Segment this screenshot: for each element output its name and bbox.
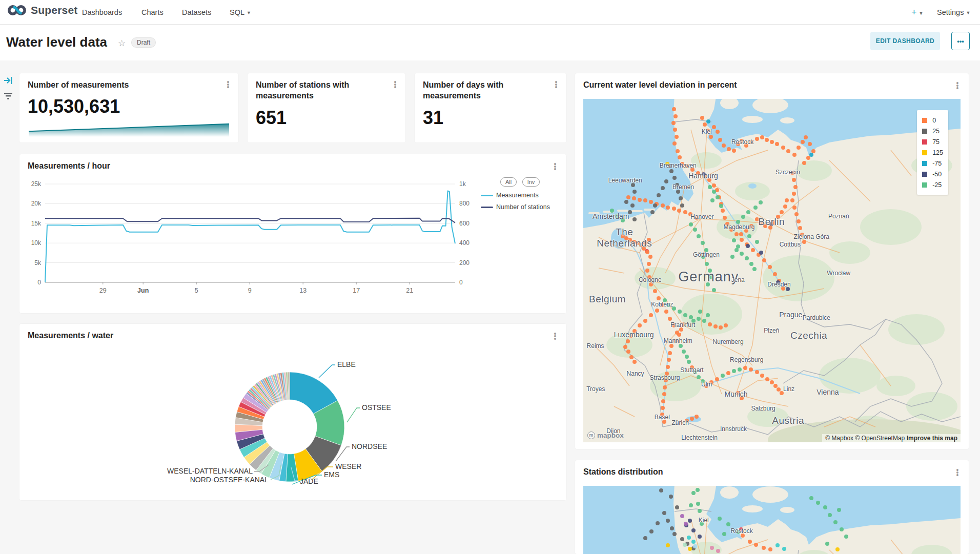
map-attribution: © Mapbox © OpenStreetMap Improve this ma…: [822, 434, 961, 442]
map-city-label: Szczecin: [775, 169, 800, 176]
legend-swatch: [922, 172, 927, 177]
superset-logo[interactable]: Superset: [7, 4, 77, 16]
map-city-label: Berlin: [758, 216, 785, 228]
map-legend-item[interactable]: 25: [922, 126, 943, 136]
card-number-of-days: Number of days with measurements ••• 31: [415, 73, 566, 142]
legend-value: -50: [932, 171, 942, 178]
edit-dashboard-button[interactable]: EDIT DASHBOARD: [870, 32, 940, 50]
legend-all-button[interactable]: All: [500, 177, 517, 187]
chevron-down-icon: ▼: [919, 11, 924, 16]
map-labels-layer: KielRostock: [583, 486, 961, 554]
metric-title: Number of stations with measurements: [256, 79, 387, 101]
improve-map-link[interactable]: Improve this map: [907, 435, 957, 442]
map-city-label: Salzburg: [751, 405, 775, 412]
metric-value: 10,530,631: [28, 96, 120, 117]
map-city-label: Cologne: [639, 276, 662, 283]
map-city-label: Regensburg: [730, 356, 763, 363]
map-city-label: Pardubice: [803, 314, 830, 321]
map-city-label: Bremerhaven: [660, 162, 697, 169]
chart-options-icon[interactable]: •••: [224, 80, 232, 91]
superset-infinity-icon: [7, 4, 27, 16]
svg-text:400: 400: [459, 239, 469, 247]
top-nav: Superset Dashboards Charts Datasets SQL▼…: [0, 0, 980, 25]
expand-filter-bar-icon[interactable]: [3, 76, 13, 85]
map-city-label: Zielona Góra: [794, 233, 829, 240]
chart-title: Current water level deviation in percent: [583, 80, 737, 90]
card-stations-distribution: Stations distribution ••• KielRostock: [575, 460, 969, 554]
map-labels-layer: KielRostockSzczecinLeeuwardenBremerhaven…: [583, 99, 961, 442]
svg-text:13: 13: [299, 287, 307, 294]
map-city-label: Göttingen: [693, 251, 720, 258]
svg-text:800: 800: [459, 200, 469, 207]
nav-sql[interactable]: SQL▼: [230, 0, 251, 25]
chart-options-icon[interactable]: •••: [391, 80, 399, 91]
svg-text:10k: 10k: [31, 239, 42, 247]
map-city-label: Bremen: [672, 183, 694, 191]
legend-swatch: [481, 195, 493, 196]
map-city-label: Magdeburg: [724, 223, 755, 231]
metric-title: Number of days with measurements: [423, 79, 548, 101]
map-legend-item[interactable]: 125: [922, 147, 943, 158]
filter-icon[interactable]: [3, 91, 13, 101]
legend-value: 0: [932, 117, 936, 124]
map-legend-item[interactable]: -50: [922, 169, 943, 179]
chart-options-icon[interactable]: •••: [953, 468, 962, 479]
map-city-label: Nancy: [627, 370, 644, 377]
mapbox-attribution-link[interactable]: © Mapbox: [825, 435, 853, 442]
map-city-label: Luxembourg: [614, 331, 654, 339]
stations-map[interactable]: KielRostock: [583, 486, 961, 554]
map-city-label: Vienna: [816, 388, 839, 396]
add-new-button[interactable]: +▼: [911, 0, 923, 25]
map-city-label: Zürich: [671, 419, 688, 426]
map-city-label: Mannheim: [664, 337, 692, 344]
osm-attribution-link[interactable]: © OpenStreetMap: [855, 435, 905, 442]
chart-options-icon[interactable]: •••: [552, 80, 560, 91]
map-city-label: Prague: [779, 311, 802, 319]
deviation-map[interactable]: KielRostockSzczecinLeeuwardenBremerhaven…: [583, 99, 961, 442]
legend-swatch: [922, 139, 927, 145]
svg-text:17: 17: [353, 287, 360, 294]
svg-text:29: 29: [99, 287, 107, 294]
map-city-label: Ulm: [701, 381, 712, 388]
map-city-label: Hamburg: [688, 172, 718, 180]
map-legend-item[interactable]: 75: [922, 136, 943, 147]
favorite-star-icon[interactable]: ☆: [118, 38, 126, 49]
legend-value: 125: [932, 149, 943, 156]
legend-swatch: [922, 150, 927, 155]
chart-options-icon[interactable]: •••: [953, 81, 962, 92]
card-measurements-per-water: Measurements / water ••• ELBEOSTSEENORDS…: [19, 324, 566, 500]
dashboard-more-button[interactable]: •••: [951, 32, 970, 50]
svg-text:25k: 25k: [31, 180, 42, 188]
legend-swatch: [922, 129, 927, 134]
nav-charts[interactable]: Charts: [141, 0, 164, 25]
svg-text:200: 200: [459, 259, 469, 266]
map-city-label: Frankfurt: [670, 321, 695, 329]
chart-options-icon[interactable]: •••: [551, 162, 559, 173]
map-city-label: Liechtenstein: [681, 434, 718, 441]
chart-title: Stations distribution: [583, 467, 663, 477]
map-city-label: Dresden: [767, 281, 790, 288]
legend-item-number-of-stations[interactable]: Number of stations: [481, 203, 550, 211]
legend-swatch: [481, 207, 493, 208]
legend-inv-button[interactable]: Inv: [522, 177, 540, 187]
svg-text:0: 0: [37, 279, 41, 286]
map-legend-item[interactable]: 0: [922, 115, 943, 126]
legend-swatch: [922, 118, 927, 123]
map-legend-item[interactable]: -25: [922, 179, 943, 190]
map-city-label: Hanover: [690, 213, 713, 220]
map-legend-item[interactable]: -75: [922, 158, 943, 169]
map-city-label: Rostock: [731, 138, 753, 146]
page-title: Water level data: [6, 34, 107, 50]
nav-dashboards[interactable]: Dashboards: [82, 0, 122, 25]
metric-value: 651: [256, 107, 287, 129]
mapbox-logo[interactable]: mmapbox: [587, 432, 624, 439]
map-city-label: Kiel: [699, 517, 709, 524]
legend-value: 75: [932, 138, 940, 146]
legend-swatch: [922, 161, 927, 166]
nav-datasets[interactable]: Datasets: [182, 0, 211, 25]
draft-badge: Draft: [131, 37, 156, 48]
map-legend: 02575125-75-50-25: [917, 110, 948, 195]
metric-value: 31: [423, 107, 443, 129]
legend-item-measurements[interactable]: Measurements: [481, 192, 539, 199]
nav-settings[interactable]: Settings▼: [937, 0, 970, 25]
